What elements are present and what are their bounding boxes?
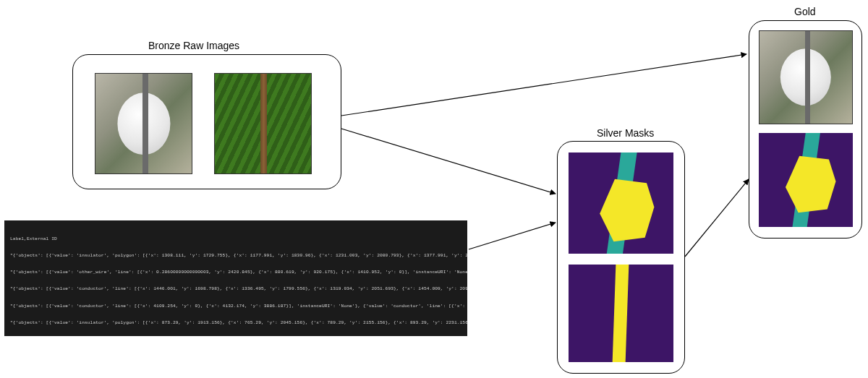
- raw-image-pole: [214, 73, 312, 174]
- csv-line: "{'objects': [{'value': 'conductor', 'li…: [10, 286, 461, 292]
- arrow-csv-to-silver: [469, 223, 556, 249]
- csv-line: "{'objects': [{'value': 'insulator', 'po…: [10, 253, 461, 259]
- arrow-bronze-to-silver: [341, 129, 556, 194]
- mask-insulator-hexagon: [597, 178, 655, 243]
- gold-mask-hexagon: [783, 155, 837, 214]
- bronze-label: Bronze Raw Images: [148, 40, 239, 51]
- arrow-silver-to-gold: [685, 179, 749, 257]
- pipeline-diagram: Bronze Raw Images Silver Masks Gold Labe…: [0, 0, 868, 378]
- csv-line: "{'objects': [{'value': 'insulator', 'po…: [10, 320, 461, 326]
- labels-csv-dump: Label,External ID "{'objects': [{'value'…: [4, 220, 467, 336]
- silver-card: [557, 141, 685, 374]
- silver-label: Silver Masks: [597, 127, 654, 139]
- arrow-bronze-to-gold: [341, 54, 746, 116]
- raw-image-dish: [95, 73, 192, 174]
- csv-line: "{'objects': [{'value': 'conductor', 'li…: [10, 304, 461, 309]
- bronze-card: [72, 54, 341, 189]
- mask-image-insulator: [569, 153, 673, 254]
- csv-header: Label,External ID: [10, 236, 461, 242]
- gold-card: [749, 20, 862, 239]
- gold-mask-image: [759, 133, 853, 227]
- mask-image-pole: [569, 265, 673, 362]
- mask-pole-bar: [613, 265, 629, 362]
- gold-raw-image: [759, 30, 853, 124]
- csv-line: "{'objects': [{'value': 'other_wire', 'l…: [10, 270, 461, 275]
- gold-label: Gold: [794, 6, 816, 17]
